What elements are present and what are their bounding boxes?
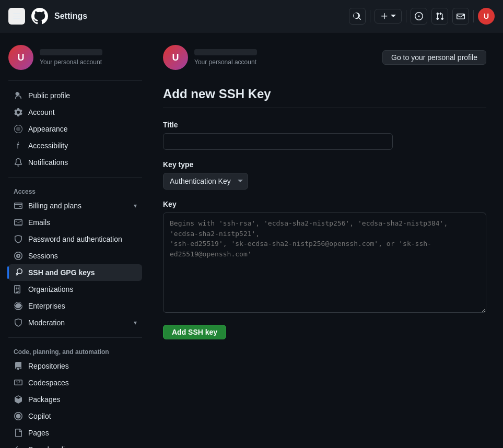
key-label: Key [163, 200, 486, 208]
sidebar: U Your personal account Public profile [8, 45, 155, 448]
user-subtitle: Your personal account [40, 58, 102, 66]
sidebar-item-public-profile[interactable]: Public profile [8, 87, 142, 104]
sidebar-item-moderation[interactable]: Moderation ▾ [8, 314, 142, 331]
sidebar-label-moderation: Moderation [28, 319, 65, 327]
radio-icon [14, 251, 23, 261]
key-textarea[interactable] [163, 213, 486, 313]
bell-icon [14, 158, 23, 167]
gear-icon [14, 108, 23, 117]
search-button[interactable] [349, 8, 366, 25]
moderation-row: Moderation ▾ [14, 318, 137, 327]
form-title-divider [163, 108, 486, 108]
codespace-icon [14, 378, 23, 387]
nav-divider2 [406, 10, 406, 22]
sidebar-user-avatar: U [8, 45, 33, 70]
sidebar-label-copilot: Copilot [28, 412, 51, 420]
credit-card-icon [14, 201, 23, 210]
sidebar-label-accessibility: Accessibility [28, 142, 68, 150]
github-logo[interactable] [31, 8, 48, 25]
sidebar-label-organizations: Organizations [28, 285, 73, 293]
moderation-left: Moderation [14, 318, 65, 327]
sidebar-label-ssh-gpg: SSH and GPG keys [28, 268, 95, 277]
sidebar-label-saved-replies: Saved replies [28, 445, 73, 448]
key-icon [14, 268, 23, 277]
sidebar-item-pages[interactable]: Pages [8, 425, 142, 441]
issues-button[interactable] [411, 8, 427, 25]
sidebar-item-account[interactable]: Account [8, 104, 142, 121]
sidebar-item-emails[interactable]: Emails [8, 214, 142, 231]
sidebar-divider-top [8, 80, 142, 81]
paint-icon [14, 124, 23, 134]
sidebar-item-saved-replies[interactable]: Saved replies [8, 441, 142, 448]
nav-divider3 [473, 10, 474, 22]
access-section-label: Access [8, 184, 142, 197]
sidebar-divider-access [8, 177, 142, 178]
sidebar-label-billing: Billing and plans [28, 202, 81, 210]
sidebar-item-password[interactable]: Password and authentication [8, 231, 142, 247]
sidebar-label-appearance: Appearance [28, 125, 68, 133]
sidebar-item-ssh-gpg[interactable]: SSH and GPG keys [8, 264, 142, 281]
sidebar-item-codespaces[interactable]: Codespaces [8, 374, 142, 391]
copilot-icon [14, 411, 23, 421]
profile-header-info: U Your personal account [163, 45, 257, 70]
create-button[interactable] [375, 9, 402, 23]
sidebar-label-account: Account [28, 108, 55, 116]
sidebar-item-sessions[interactable]: Sessions [8, 247, 142, 264]
page-layout: U Your personal account Public profile [0, 32, 503, 448]
sidebar-label-repositories: Repositories [28, 362, 69, 370]
nav-divider [370, 10, 370, 22]
key-form-group: Key [163, 200, 486, 314]
profile-header-bar: U Your personal account Go to your perso… [163, 45, 486, 70]
sidebar-item-organizations[interactable]: Organizations [8, 281, 142, 298]
go-to-profile-button[interactable]: Go to your personal profile [382, 50, 486, 65]
accessibility-icon [14, 141, 23, 150]
moderation-chevron-icon: ▾ [134, 319, 137, 326]
globe-icon [14, 301, 23, 311]
sidebar-item-accessibility[interactable]: Accessibility [8, 137, 142, 154]
navbar-left: Settings [8, 8, 343, 25]
navbar-right: U [349, 8, 495, 25]
book-icon [14, 361, 23, 371]
sidebar-item-notifications[interactable]: Notifications [8, 154, 142, 171]
billing-left: Billing and plans [14, 201, 81, 210]
sidebar-label-public-profile: Public profile [28, 91, 70, 100]
settings-label: Settings [54, 11, 87, 21]
sidebar-label-pages: Pages [28, 429, 49, 437]
pullrequests-button[interactable] [431, 8, 448, 25]
user-avatar-nav[interactable]: U [478, 8, 495, 25]
sidebar-item-appearance[interactable]: Appearance [8, 121, 142, 137]
profile-avatar: U [163, 45, 188, 70]
key-type-select[interactable]: Authentication KeySigning Key [163, 173, 248, 190]
sidebar-item-repositories[interactable]: Repositories [8, 358, 142, 374]
title-form-group: Title [163, 121, 486, 150]
sidebar-label-enterprises: Enterprises [28, 302, 65, 310]
chevron-down-icon: ▾ [134, 202, 137, 209]
title-label: Title [163, 121, 486, 129]
shield2-icon [14, 318, 23, 327]
title-input[interactable] [163, 133, 393, 150]
sidebar-label-notifications: Notifications [28, 158, 68, 167]
pages-icon [14, 428, 23, 438]
user-section: U Your personal account [8, 45, 142, 70]
add-ssh-key-button[interactable]: Add SSH key [163, 325, 226, 339]
sidebar-item-billing[interactable]: Billing and plans ▾ [8, 197, 142, 214]
sidebar-item-enterprises[interactable]: Enterprises [8, 298, 142, 314]
sidebar-item-packages[interactable]: Packages [8, 391, 142, 408]
profile-subtitle: Your personal account [194, 58, 257, 66]
sidebar-label-password: Password and authentication [28, 235, 122, 243]
user-name-placeholder [40, 49, 102, 55]
sidebar-label-codespaces: Codespaces [28, 379, 69, 387]
person-icon [14, 91, 23, 100]
navbar: Settings [0, 0, 503, 32]
code-section-label: Code, planning, and automation [8, 344, 142, 358]
profile-name-placeholder [194, 49, 257, 55]
user-info: Your personal account [40, 49, 102, 66]
sidebar-label-emails: Emails [28, 218, 50, 227]
billing-row: Billing and plans ▾ [14, 201, 137, 210]
inbox-button[interactable] [452, 8, 469, 25]
sidebar-item-copilot[interactable]: Copilot [8, 408, 142, 425]
reply-icon [14, 445, 23, 448]
hamburger-button[interactable] [8, 8, 25, 25]
main-content: U Your personal account Go to your perso… [155, 45, 495, 448]
key-type-label: Key type [163, 160, 486, 169]
